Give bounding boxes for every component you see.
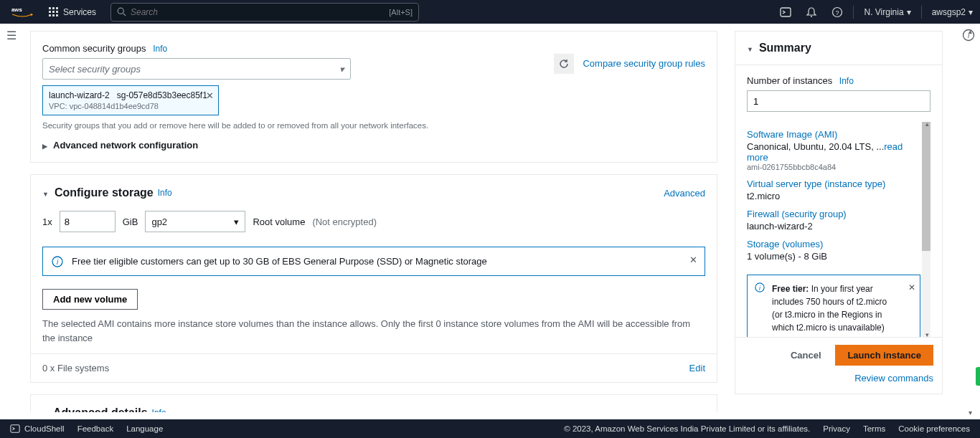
num-instances-input[interactable] bbox=[747, 90, 930, 112]
advanced-details-info[interactable]: Info bbox=[152, 408, 166, 412]
sg-select[interactable]: Select security groups ▾ bbox=[42, 58, 351, 80]
svg-rect-8 bbox=[52, 14, 55, 16]
notifications-icon[interactable] bbox=[798, 6, 824, 18]
svg-point-13 bbox=[811, 16, 812, 17]
compare-sg-link[interactable]: Compare security group rules bbox=[583, 58, 705, 70]
advanced-network-toggle[interactable]: Advanced network configuration bbox=[42, 140, 705, 151]
hamburger-icon: ☰ bbox=[6, 29, 17, 42]
svg-rect-3 bbox=[56, 7, 58, 9]
info-icon: i bbox=[52, 256, 63, 267]
aws-logo[interactable]: aws bbox=[11, 6, 33, 18]
svg-text:?: ? bbox=[836, 9, 839, 16]
search-input[interactable] bbox=[131, 7, 389, 17]
sg-chip-id: sg-057e8d53b3eec85f1 bbox=[117, 90, 207, 100]
summary-title: Summary bbox=[759, 42, 811, 54]
network-panel: Common security groups Info Select secur… bbox=[30, 31, 717, 163]
firewall-value: launch-wizard-2 bbox=[747, 221, 920, 232]
search-box[interactable]: [Alt+S] bbox=[110, 3, 419, 22]
side-panel-toggle[interactable]: ☰ bbox=[0, 29, 23, 42]
root-volume-label: Root volume bbox=[253, 216, 305, 227]
sg-info-link[interactable]: Info bbox=[153, 44, 167, 54]
storage-qty: 1x bbox=[42, 216, 52, 227]
terms-link[interactable]: Terms bbox=[863, 424, 885, 433]
feedback-link[interactable]: Feedback bbox=[77, 424, 114, 433]
num-instances-info[interactable]: Info bbox=[839, 76, 854, 86]
storage-size-input[interactable] bbox=[60, 211, 116, 232]
firewall-label[interactable]: Firewall (security group) bbox=[747, 209, 920, 219]
freetier-bold: Free tier: bbox=[772, 284, 809, 294]
svg-point-10 bbox=[118, 8, 123, 14]
add-volume-button[interactable]: Add new volume bbox=[42, 289, 138, 310]
svg-rect-6 bbox=[56, 11, 58, 13]
storage-freetier-alert: i Free tier eligible customers can get u… bbox=[42, 247, 705, 276]
encrypt-label: (Not encrypted) bbox=[312, 216, 377, 227]
sg-chip: launch-wizard-2 sg-057e8d53b3eec85f1 VPC… bbox=[42, 85, 219, 115]
freetier-close[interactable]: ✕ bbox=[908, 281, 915, 294]
review-commands-link[interactable]: Review commands bbox=[744, 373, 933, 384]
region-select[interactable]: N. Virginia▾ bbox=[857, 7, 918, 17]
grid-icon bbox=[49, 7, 59, 17]
instance-type-value: t2.micro bbox=[747, 191, 920, 201]
svg-line-11 bbox=[123, 14, 126, 16]
ami-id: ami-0261755bbcb8c4a84 bbox=[747, 163, 920, 171]
info-icon: i bbox=[755, 282, 765, 292]
svg-text:i: i bbox=[57, 258, 59, 266]
account-menu[interactable]: awsgsp2▾ bbox=[925, 7, 980, 17]
advanced-details-title: Advanced details bbox=[53, 406, 148, 412]
alert-close-button[interactable]: ✕ bbox=[689, 254, 697, 265]
svg-rect-5 bbox=[52, 11, 55, 13]
storage-info-link[interactable]: Info bbox=[158, 188, 172, 198]
common-sg-label: Common security groups Info bbox=[42, 43, 705, 54]
storage-label[interactable]: Storage (volumes) bbox=[747, 239, 920, 249]
services-button[interactable]: Services bbox=[42, 0, 103, 24]
svg-text:i: i bbox=[759, 285, 761, 292]
storage-note: The selected AMI contains more instance … bbox=[31, 317, 717, 353]
launch-instance-button[interactable]: Launch instance bbox=[835, 345, 933, 366]
help-icon[interactable]: ? bbox=[824, 6, 850, 18]
sg-chip-name: launch-wizard-2 bbox=[49, 90, 110, 100]
svg-rect-2 bbox=[52, 7, 55, 9]
freetier-alert: i ✕ Free tier: In your first year includ… bbox=[747, 275, 920, 337]
ami-label[interactable]: Software Image (AMI) bbox=[747, 129, 920, 140]
storage-title: Configure storage bbox=[55, 186, 154, 199]
services-label: Services bbox=[63, 7, 96, 17]
storage-advanced-link[interactable]: Advanced bbox=[664, 188, 705, 199]
feedback-tab[interactable] bbox=[976, 367, 980, 386]
scroll-up-icon: ▴ bbox=[969, 27, 972, 35]
file-systems-label: 0 x File systems bbox=[42, 363, 109, 373]
svg-rect-7 bbox=[49, 14, 51, 16]
copyright: © 2023, Amazon Web Services India Privat… bbox=[564, 424, 810, 433]
caret-right-icon bbox=[42, 140, 47, 151]
svg-rect-4 bbox=[49, 11, 51, 13]
sg-chip-vpc: VPC: vpc-048814d1b4ee9cd78 bbox=[49, 102, 212, 110]
search-icon bbox=[117, 7, 126, 16]
svg-rect-9 bbox=[56, 14, 58, 16]
footer-bar: CloudShell Feedback Language © 2023, Ama… bbox=[0, 419, 980, 438]
cancel-button[interactable]: Cancel bbox=[791, 350, 821, 361]
instance-type-label[interactable]: Virtual server type (instance type) bbox=[747, 178, 920, 189]
caret-down-icon[interactable] bbox=[42, 187, 49, 199]
language-link[interactable]: Language bbox=[126, 424, 163, 433]
caret-down-icon[interactable] bbox=[747, 42, 753, 54]
sg-helper-text: Security groups that you add or remove h… bbox=[42, 121, 705, 130]
cloudshell-button[interactable]: CloudShell bbox=[10, 424, 65, 434]
cloudshell-top-icon[interactable] bbox=[773, 6, 798, 18]
cookie-link[interactable]: Cookie preferences bbox=[898, 424, 970, 433]
page-scrollbar[interactable]: ▴ ▾ bbox=[969, 27, 979, 416]
ami-value: Canonical, Ubuntu, 20.04 LTS, ... bbox=[747, 141, 884, 152]
advanced-details-panel: Advanced details Info bbox=[30, 394, 717, 412]
chevron-down-icon: ▾ bbox=[969, 7, 973, 17]
summary-scrollbar[interactable]: ▴ ▾ bbox=[922, 122, 930, 337]
caret-right-icon[interactable] bbox=[42, 407, 47, 412]
file-systems-edit[interactable]: Edit bbox=[689, 363, 705, 373]
refresh-button[interactable] bbox=[554, 54, 574, 74]
num-instances-label: Number of instances bbox=[747, 75, 832, 86]
svg-rect-1 bbox=[49, 7, 51, 9]
storage-type-select[interactable]: gp2 ▾ bbox=[145, 211, 245, 232]
chevron-down-icon: ▾ bbox=[339, 64, 344, 75]
privacy-link[interactable]: Privacy bbox=[823, 424, 850, 433]
chevron-down-icon: ▾ bbox=[234, 216, 239, 227]
svg-text:aws: aws bbox=[11, 6, 22, 13]
storage-panel: Configure storage Info Advanced 1x GiB g… bbox=[30, 174, 717, 383]
remove-sg-button[interactable]: ✕ bbox=[206, 90, 214, 101]
